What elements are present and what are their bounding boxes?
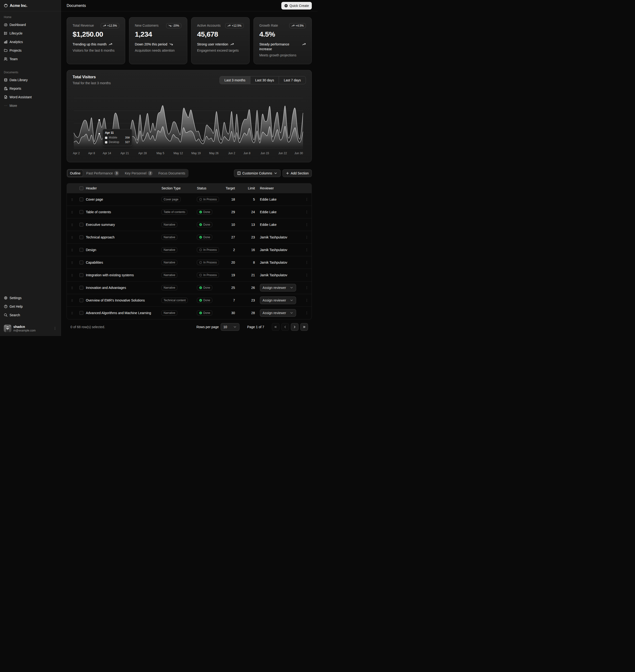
drag-handle-icon[interactable] [70, 261, 74, 264]
row-checkbox[interactable] [80, 298, 83, 302]
range-last-3-months[interactable]: Last 3 months [220, 76, 250, 84]
range-last-7-days[interactable]: Last 7 days [279, 76, 306, 84]
limit-value[interactable]: 23 [237, 231, 257, 243]
drag-handle-icon[interactable] [70, 223, 74, 227]
row-header[interactable]: Table of contents [86, 210, 111, 214]
drag-handle-icon[interactable] [70, 236, 74, 239]
target-value[interactable]: 2 [223, 243, 237, 256]
target-value[interactable]: 10 [223, 218, 237, 231]
row-checkbox[interactable] [80, 261, 83, 264]
sidebar-item-more[interactable]: More [2, 102, 59, 109]
limit-value[interactable]: 24 [237, 206, 257, 218]
row-checkbox[interactable] [80, 198, 83, 201]
target-value[interactable]: 29 [223, 206, 237, 218]
row-actions-button[interactable] [304, 310, 310, 316]
limit-value[interactable]: 13 [237, 218, 257, 231]
sidebar-item-word-assistant[interactable]: Word Assistant [2, 93, 59, 101]
row-header[interactable]: Executive summary [86, 223, 115, 227]
target-value[interactable]: 25 [223, 281, 237, 294]
sidebar-item-team[interactable]: Team [2, 55, 59, 63]
drag-handle-icon[interactable] [70, 312, 74, 315]
sidebar-header[interactable]: Acme Inc. [0, 0, 61, 12]
assign-reviewer-select[interactable]: Assign reviewer [260, 296, 296, 304]
sidebar-content: HomeDashboardLifecycleAnalyticsProjectsT… [0, 12, 61, 321]
target-value[interactable]: 18 [223, 193, 237, 206]
limit-value[interactable]: 23 [237, 294, 257, 307]
row-header[interactable]: Design [86, 248, 96, 252]
row-header[interactable]: Technical approach [86, 236, 115, 239]
prev-page-button[interactable] [281, 323, 289, 331]
limit-value[interactable]: 28 [237, 307, 257, 319]
target-value[interactable]: 20 [223, 256, 237, 269]
row-actions-button[interactable] [304, 209, 310, 215]
first-page-button[interactable] [272, 323, 279, 331]
circle-check-icon [199, 286, 202, 289]
target-value[interactable]: 19 [223, 269, 237, 281]
limit-value[interactable]: 5 [237, 193, 257, 206]
analytics-icon [4, 40, 8, 44]
row-actions-button[interactable] [304, 272, 310, 278]
tab-focus-documents[interactable]: Focus Documents [156, 170, 188, 177]
row-checkbox[interactable] [80, 311, 83, 315]
sidebar-item-projects[interactable]: Projects [2, 47, 59, 54]
drag-handle-icon[interactable] [70, 274, 74, 277]
next-page-button[interactable] [291, 323, 299, 331]
row-actions-button[interactable] [304, 197, 310, 202]
range-last-30-days[interactable]: Last 30 days [250, 76, 279, 84]
drag-handle-icon[interactable] [70, 198, 74, 201]
tab-key-personnel[interactable]: Key Personnel2 [122, 170, 155, 177]
limit-value[interactable]: 26 [237, 281, 257, 294]
tab-past-performance[interactable]: Past Performance3 [84, 170, 122, 177]
row-header[interactable]: Cover page [86, 198, 103, 201]
area-chart[interactable]: Apr 2Apr 8Apr 14Apr 21Apr 28May 5May 12M… [72, 97, 306, 156]
sidebar-menu: Data LibraryReportsWord AssistantMore [2, 76, 59, 109]
sidebar-item-label: Analytics [9, 40, 23, 44]
limit-value[interactable]: 8 [237, 256, 257, 269]
row-header[interactable]: Capabilities [86, 261, 103, 264]
last-page-button[interactable] [300, 323, 308, 331]
sidebar-item-dashboard[interactable]: Dashboard [2, 21, 59, 28]
row-checkbox[interactable] [80, 210, 83, 214]
customize-columns-button[interactable]: Customize Columns [234, 170, 280, 177]
user-menu-button[interactable]: shadcn m@example.com [2, 323, 59, 334]
limit-value[interactable]: 21 [237, 269, 257, 281]
target-value[interactable]: 30 [223, 307, 237, 319]
row-checkbox[interactable] [80, 248, 83, 252]
tab-outline[interactable]: Outline [67, 170, 83, 177]
sidebar-item-search[interactable]: Search [2, 311, 59, 319]
drag-handle-icon[interactable] [70, 299, 74, 302]
row-checkbox[interactable] [80, 273, 83, 277]
row-header[interactable]: Overview of EMR's Innovative Solutions [86, 298, 145, 302]
sidebar-item-data-library[interactable]: Data Library [2, 76, 59, 84]
row-actions-button[interactable] [304, 285, 310, 291]
row-checkbox[interactable] [80, 286, 83, 290]
rows-per-page-select[interactable]: 10 [221, 323, 239, 331]
row-header[interactable]: Innovation and Advantages [86, 286, 126, 290]
select-all-checkbox[interactable] [80, 186, 83, 190]
limit-value[interactable]: 16 [237, 243, 257, 256]
drag-handle-icon[interactable] [70, 210, 74, 214]
row-checkbox[interactable] [80, 223, 83, 227]
trend-badge: -20% [166, 23, 181, 28]
drag-handle-icon[interactable] [70, 286, 74, 290]
sidebar-item-settings[interactable]: Settings [2, 294, 59, 302]
row-actions-button[interactable] [304, 234, 310, 240]
row-actions-button[interactable] [304, 297, 310, 303]
row-actions-button[interactable] [304, 247, 310, 253]
quick-create-button[interactable]: Quick Create [281, 2, 312, 9]
add-section-button[interactable]: Add Section [283, 170, 312, 177]
row-actions-button[interactable] [304, 222, 310, 227]
target-value[interactable]: 7 [223, 294, 237, 307]
sidebar-item-analytics[interactable]: Analytics [2, 38, 59, 46]
row-header[interactable]: Integration with existing systems [86, 273, 134, 277]
sidebar-item-get-help[interactable]: Get Help [2, 303, 59, 310]
assign-reviewer-select[interactable]: Assign reviewer [260, 284, 296, 291]
assign-reviewer-select[interactable]: Assign reviewer [260, 309, 296, 317]
row-header[interactable]: Advanced Algorithms and Machine Learning [86, 311, 151, 315]
sidebar-item-lifecycle[interactable]: Lifecycle [2, 29, 59, 37]
sidebar-item-reports[interactable]: Reports [2, 85, 59, 92]
target-value[interactable]: 27 [223, 231, 237, 243]
row-checkbox[interactable] [80, 236, 83, 239]
row-actions-button[interactable] [304, 260, 310, 265]
drag-handle-icon[interactable] [70, 248, 74, 252]
